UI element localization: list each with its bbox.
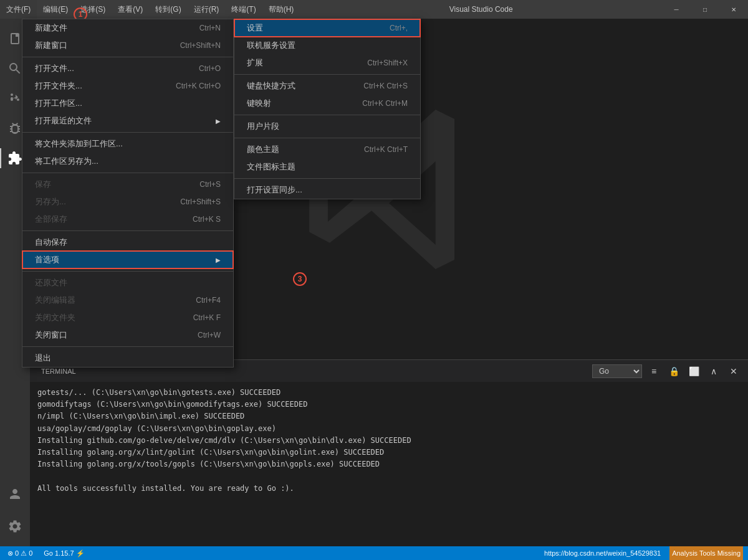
menu-item-save-all: 全部保存 Ctrl+K S [22, 211, 233, 228]
menu-run[interactable]: 运行(R) [188, 0, 226, 19]
menu-item-keymaps[interactable]: 键映射 Ctrl+K Ctrl+M [234, 95, 420, 112]
statusbar-blog-link[interactable]: https://blog.csdn.net/weixin_54529831 [542, 546, 663, 560]
menu-item-save-workspace[interactable]: 将工作区另存为... [22, 153, 233, 170]
menu-help[interactable]: 帮助(H) [262, 0, 300, 19]
terminal-line: gotests/... (C:\Users\xn\go\bin\gotests.… [37, 387, 741, 399]
menu-item-save: 保存 Ctrl+S [22, 176, 233, 193]
preferences-menu: 设置 Ctrl+, 联机服务设置 扩展 Ctrl+Shift+X 键盘快捷方式 … [234, 19, 421, 199]
menu-item-color-theme[interactable]: 颜色主题 Ctrl+K Ctrl+T [234, 141, 420, 158]
prefs-separator-3 [234, 138, 420, 138]
terminal-shell-selector[interactable]: Go [592, 364, 642, 378]
statusbar-analysis-warning[interactable]: Analysis Tools Missing [669, 546, 743, 560]
prefs-separator-1 [234, 74, 420, 75]
menu-item-open-folder[interactable]: 打开文件夹... Ctrl+K Ctrl+O [22, 77, 233, 95]
menu-item-preferences[interactable]: 首选项 ▶ [22, 251, 233, 268]
menu-view[interactable]: 查看(V) [112, 0, 149, 19]
terminal-line: n/impl (C:\Users\xn\go\bin\impl.exe) SUC… [37, 411, 741, 422]
menu-separator-2 [22, 132, 233, 133]
menu-item-close-window[interactable]: 关闭窗口 Ctrl+W [22, 326, 233, 344]
menu-item-online-services[interactable]: 联机服务设置 [234, 37, 420, 54]
menu-item-open-file[interactable]: 打开文件... Ctrl+O [22, 60, 233, 77]
menu-separator-5 [22, 271, 233, 272]
statusbar: ⊗ 0 ⚠ 0 Go 1.15.7 ⚡ https://blog.csdn.ne… [0, 546, 748, 560]
terminal-output: gotests/... (C:\Users\xn\go\bin\gotests.… [30, 382, 748, 547]
statusbar-left: ⊗ 0 ⚠ 0 Go 1.15.7 ⚡ [5, 546, 87, 560]
terminal-lock-button[interactable]: 🔒 [666, 363, 682, 379]
terminal-close-button[interactable]: ✕ [726, 363, 742, 379]
menu-file[interactable]: 文件(F) [0, 0, 37, 19]
maximize-button[interactable]: □ [691, 0, 719, 19]
go-version-label: Go 1.15.7 [44, 549, 74, 557]
menu-item-settings[interactable]: 设置 Ctrl+, [234, 19, 420, 37]
terminal-line: usa/goplay/cmd/goplay (C:\Users\xn\go\bi… [37, 423, 741, 435]
menu-item-open-recent[interactable]: 打开最近的文件 ▶ [22, 112, 233, 130]
close-button[interactable]: ✕ [719, 0, 748, 19]
menu-item-new-file[interactable]: 新建文件 Ctrl+N [22, 19, 233, 37]
prefs-separator-2 [234, 115, 420, 115]
window-controls: ─ □ ✕ [662, 0, 748, 19]
menu-item-extensions[interactable]: 扩展 Ctrl+Shift+X [234, 54, 420, 72]
terminal-toolbar: Go ≡ 🔒 ⬜ ∧ ✕ [592, 363, 742, 379]
statusbar-right: https://blog.csdn.net/weixin_54529831 An… [542, 546, 743, 560]
error-count: 0 [15, 549, 19, 557]
menu-separator-3 [22, 173, 233, 173]
menu-item-new-window[interactable]: 新建窗口 Ctrl+Shift+N [22, 37, 233, 54]
menu-separator-4 [22, 230, 233, 231]
menu-item-user-snippets[interactable]: 用户片段 [234, 118, 420, 135]
menu-item-file-icon-theme[interactable]: 文件图标主题 [234, 158, 420, 176]
statusbar-errors[interactable]: ⊗ 0 ⚠ 0 [5, 546, 35, 560]
menu-item-settings-sync[interactable]: 打开设置同步... [234, 181, 420, 199]
menu-goto[interactable]: 转到(G) [149, 0, 187, 19]
warning-count: 0 [29, 549, 32, 557]
menu-edit[interactable]: 编辑(E) [37, 0, 74, 19]
error-icon: ⊗ [7, 549, 13, 558]
menu-item-auto-save[interactable]: 自动保存 [22, 234, 233, 251]
menu-bar: 文件(F) 编辑(E) 选择(S) 查看(V) 转到(G) 运行(R) 终端(T… [0, 0, 300, 19]
activity-account-icon[interactable] [0, 479, 30, 509]
menu-item-open-workspace[interactable]: 打开工作区... [22, 95, 233, 112]
menu-item-close-folder: 关闭文件夹 Ctrl+K F [22, 309, 233, 326]
menu-item-keyboard-shortcuts[interactable]: 键盘快捷方式 Ctrl+K Ctrl+S [234, 77, 420, 95]
terminal-line: Installing golang.org/x/lint/golint (C:\… [37, 447, 741, 458]
menu-separator-6 [22, 346, 233, 347]
minimize-button[interactable]: ─ [662, 0, 691, 19]
terminal-line: Installing golang.org/x/tools/gopls (C:\… [37, 458, 741, 470]
terminal-split-button[interactable]: ≡ [646, 363, 662, 379]
menu-terminal[interactable]: 终端(T) [225, 0, 262, 19]
terminal-maximize-button[interactable]: ⬜ [686, 363, 702, 379]
activity-settings-icon[interactable] [0, 511, 30, 541]
menu-item-close-editor: 关闭编辑器 Ctrl+F4 [22, 292, 233, 309]
terminal-panel: TERMINAL Go ≡ 🔒 ⬜ ∧ ✕ gotests/... (C:\Us… [30, 359, 748, 546]
prefs-separator-4 [234, 178, 420, 179]
menu-separator-1 [22, 57, 233, 57]
menu-item-save-as: 另存为... Ctrl+Shift+S [22, 193, 233, 211]
analysis-warning-label: Analysis Tools Missing [672, 549, 741, 557]
titlebar: 文件(F) 编辑(E) 选择(S) 查看(V) 转到(G) 运行(R) 终端(T… [0, 0, 748, 19]
lightning-icon: ⚡ [76, 549, 85, 558]
window-title: Visual Studio Code [300, 5, 662, 14]
terminal-chevron-up-button[interactable]: ∧ [706, 363, 722, 379]
terminal-line: All tools successfully installed. You ar… [37, 483, 741, 495]
warning-icon: ⚠ [21, 549, 27, 558]
blog-url: https://blog.csdn.net/weixin_54529831 [544, 549, 661, 557]
file-menu: 新建文件 Ctrl+N 新建窗口 Ctrl+Shift+N 打开文件... Ct… [22, 19, 234, 368]
terminal-line [37, 470, 741, 482]
menu-item-add-folder[interactable]: 将文件夹添加到工作区... [22, 135, 233, 153]
step-badge-3: 3 [293, 272, 307, 286]
menu-item-revert: 还原文件 [22, 274, 233, 292]
menu-item-exit[interactable]: 退出 [22, 349, 233, 367]
terminal-line: Installing github.com/go-delve/delve/cmd… [37, 435, 741, 447]
terminal-line: gomodifytags (C:\Users\xn\go\bin\gomodif… [37, 399, 741, 411]
statusbar-go-version[interactable]: Go 1.15.7 ⚡ [41, 546, 87, 560]
